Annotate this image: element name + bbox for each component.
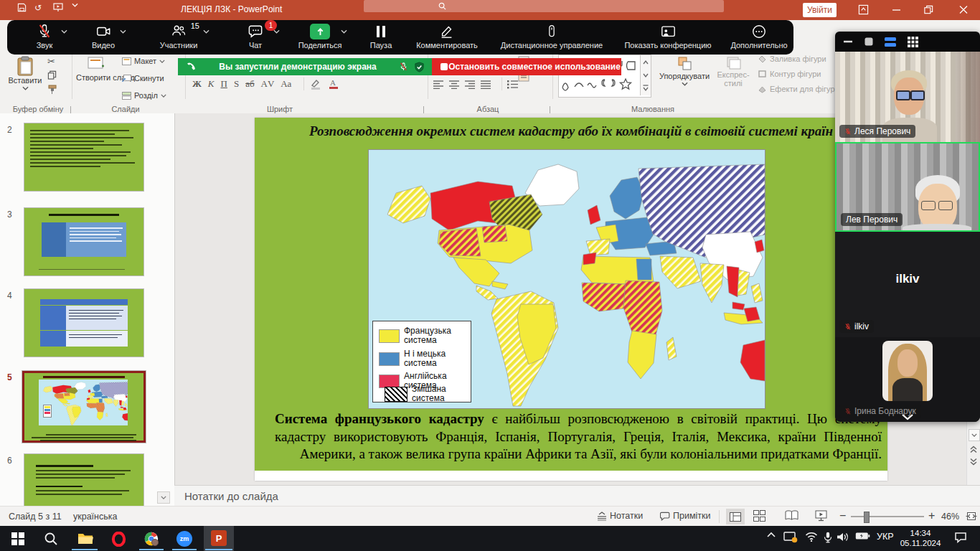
zoom-in-button[interactable]: +	[928, 509, 935, 522]
participants-button[interactable]: Участники 15	[148, 22, 209, 50]
slide-4-thumbnail[interactable]	[24, 289, 143, 357]
undo-icon[interactable]: ↺	[34, 3, 42, 13]
next-slide-button[interactable]	[969, 458, 978, 466]
panel-minimize-icon[interactable]	[844, 40, 853, 43]
language-indicator[interactable]: українська	[73, 512, 117, 522]
slide-5-thumbnail-selected[interactable]	[22, 371, 146, 443]
slide-6-thumbnail[interactable]	[24, 454, 143, 506]
slide-3-thumbnail[interactable]	[24, 208, 143, 276]
annotate-button[interactable]: Комментировать	[405, 22, 489, 50]
speaker-view-icon[interactable]	[885, 37, 896, 47]
italic-button[interactable]: К	[208, 78, 215, 90]
participant-tile-iryna[interactable]: Ірина Боднарук	[835, 337, 980, 422]
participant-tile-ilkiv[interactable]: ilkiv ilkiv	[835, 232, 980, 337]
zoom-out-button[interactable]: −	[839, 509, 846, 522]
share-chevron-icon[interactable]	[341, 29, 347, 34]
paste-button[interactable]: Вставити	[7, 56, 43, 90]
shape-outline-button[interactable]: Контур фігури	[758, 70, 821, 78]
reading-view-button[interactable]	[785, 510, 798, 521]
shape-effects-button[interactable]: Ефекти для фігур	[758, 85, 835, 93]
align-center-icon[interactable]	[449, 80, 460, 89]
font-color-button[interactable]: A	[329, 78, 339, 90]
sign-in-button[interactable]: Увійти	[803, 3, 837, 17]
stop-share-button[interactable]: Остановить совместное использование	[432, 58, 621, 75]
save-icon[interactable]	[17, 3, 27, 12]
tray-display-share-icon[interactable]	[783, 532, 798, 543]
slide-canvas[interactable]: Розповсюдження окремих систем кадастру а…	[255, 118, 887, 481]
highlight-color-button[interactable]	[310, 78, 321, 90]
action-center-icon[interactable]	[954, 532, 967, 543]
minimize-button[interactable]	[892, 4, 902, 15]
panel-stop-video-icon[interactable]	[864, 37, 873, 46]
layout-button[interactable]: Макет	[122, 57, 165, 65]
shapes-scroll[interactable]	[640, 55, 651, 95]
zoom-slider-handle[interactable]	[864, 512, 870, 523]
participants-chevron-icon[interactable]	[203, 29, 209, 34]
shape-fill-button[interactable]: Заливка фігури	[758, 55, 826, 63]
character-spacing-button[interactable]: АV	[261, 78, 275, 90]
share-screen-button[interactable]: Поделиться	[290, 22, 350, 50]
slide-body-text[interactable]: Система французького кадастру є найбільш…	[275, 410, 882, 463]
clock[interactable]: 14:34 05.11.2024	[898, 528, 943, 548]
tray-wifi-icon[interactable]	[805, 532, 818, 542]
security-shield-icon[interactable]	[414, 62, 425, 72]
slideshow-view-button[interactable]	[815, 510, 827, 522]
opera-icon[interactable]	[109, 529, 128, 548]
participant-video-lesya[interactable]: Леся Перович	[835, 52, 980, 142]
participant-video-lev-active[interactable]: Лев Перович	[835, 142, 980, 232]
normal-view-button[interactable]	[726, 509, 745, 524]
align-right-icon[interactable]	[465, 80, 476, 89]
notes-bar[interactable]: Нотатки до слайда	[174, 485, 980, 507]
slide-2-thumbnail[interactable]	[24, 123, 143, 191]
ribbon-display-options-icon[interactable]	[858, 4, 869, 15]
copy-icon[interactable]	[47, 70, 57, 80]
new-slide-button[interactable]: Створити слайд	[76, 56, 118, 82]
previous-slide-button[interactable]	[969, 446, 978, 453]
audio-button[interactable]: Звук	[22, 22, 67, 50]
tray-microphone-icon[interactable]	[824, 532, 832, 543]
slide-title[interactable]: Розповсюдження окремих систем кадастру а…	[262, 123, 880, 139]
underline-button[interactable]: П	[221, 78, 227, 90]
search-box[interactable]	[364, 0, 724, 12]
zoom-app-icon[interactable]: zm	[175, 529, 194, 548]
comments-toggle-button[interactable]: Примітки	[660, 511, 710, 521]
arrange-button[interactable]: Упорядкувати	[657, 56, 712, 86]
more-button[interactable]: Дополнительно	[725, 22, 793, 50]
close-button[interactable]	[958, 4, 969, 15]
zoom-slider-track[interactable]	[851, 516, 924, 517]
change-case-button[interactable]: Аа	[281, 78, 291, 90]
slideshow-start-icon[interactable]	[53, 3, 63, 12]
slide-sorter-view-button[interactable]	[753, 510, 765, 522]
file-explorer-icon[interactable]	[76, 529, 95, 548]
collapse-panel-chevron-icon[interactable]	[900, 413, 915, 420]
section-button[interactable]: Розділ	[122, 91, 166, 100]
align-left-icon[interactable]	[433, 80, 444, 89]
chrome-icon[interactable]	[142, 529, 161, 548]
thumbnails-scroll-down-button[interactable]	[157, 491, 170, 504]
audio-chevron-icon[interactable]	[61, 29, 67, 34]
show-meeting-button[interactable]: Показать конференцию	[614, 22, 722, 50]
tray-battery-icon[interactable]	[855, 532, 870, 540]
video-chevron-icon[interactable]	[120, 29, 126, 34]
keyboard-language[interactable]: УКР	[877, 532, 894, 542]
slide-scrollbar[interactable]	[966, 422, 980, 485]
cut-icon[interactable]: ✂	[47, 56, 55, 67]
restore-button[interactable]	[923, 4, 934, 15]
powerpoint-taskbar-active[interactable]: P	[204, 526, 234, 551]
bold-button[interactable]: Ж	[192, 78, 202, 90]
quick-styles-button[interactable]: Експрес-стилі	[713, 56, 753, 88]
text-shadow-button[interactable]: S	[234, 78, 239, 90]
chat-button[interactable]: Чат 1	[232, 22, 278, 50]
tray-chevron-up-icon[interactable]	[766, 532, 776, 538]
pause-share-button[interactable]: Пауза	[361, 22, 401, 50]
quick-access-chevron-icon[interactable]	[72, 3, 78, 7]
chat-chevron-icon[interactable]	[273, 29, 280, 34]
start-button[interactable]	[9, 529, 27, 548]
tray-speaker-icon[interactable]	[837, 532, 849, 542]
format-painter-icon[interactable]	[47, 85, 57, 95]
gallery-view-icon[interactable]	[908, 37, 918, 47]
justify-icon[interactable]	[481, 80, 491, 89]
video-button[interactable]: Видео	[80, 22, 126, 50]
remote-control-button[interactable]: Дистанционное управление	[491, 22, 613, 50]
fit-to-window-button[interactable]	[966, 511, 977, 522]
